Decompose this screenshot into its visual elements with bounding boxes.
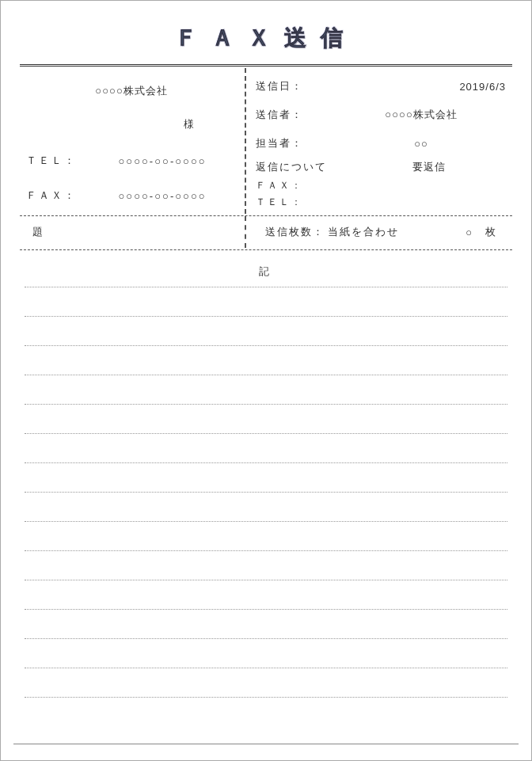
rule-line xyxy=(25,404,507,433)
send-date-value: 2019/6/3 xyxy=(335,81,507,93)
rule-line xyxy=(25,638,507,668)
sender-label: 送信者： xyxy=(256,108,335,122)
rule-line xyxy=(25,287,507,316)
pages-unit: 枚 xyxy=(477,225,512,239)
rule-line xyxy=(25,550,507,580)
sender-column: 送信日： 2019/6/3 送信者： ○○○○株式会社 担当者： ○○ 返信につ… xyxy=(246,68,512,214)
sender-value: ○○○○株式会社 xyxy=(335,108,507,122)
notes-heading: 記 xyxy=(20,253,512,287)
recipient-fax-label: ＦＡＸ： xyxy=(26,188,88,203)
sender-fax-label: ＦＡＸ： xyxy=(256,179,311,192)
rule-line xyxy=(25,316,507,345)
fax-cover-page: ＦＡＸ送信 ○○○○株式会社 様 ＴＥＬ： ○○○○-○○-○○○○ ＦＡＸ： … xyxy=(0,0,532,761)
notes-area: 記 xyxy=(20,253,512,698)
person-label: 担当者： xyxy=(256,136,335,150)
send-date-label: 送信日： xyxy=(256,79,335,93)
page-title: ＦＡＸ送信 xyxy=(17,17,515,64)
recipient-tel-label: ＴＥＬ： xyxy=(26,154,88,168)
rule-line xyxy=(25,697,507,698)
recipient-honorific: 様 xyxy=(26,117,237,144)
recipient-fax-value: ○○○○-○○-○○○○ xyxy=(88,190,237,202)
divider-double xyxy=(20,64,512,67)
reply-label: 返信について xyxy=(256,160,351,174)
reply-value: 要返信 xyxy=(351,160,507,174)
pages-count: ○ xyxy=(399,226,477,238)
recipient-column: ○○○○株式会社 様 ＴＥＬ： ○○○○-○○-○○○○ ＦＡＸ： ○○○○-○… xyxy=(20,68,246,214)
pages-note: 当紙を合わせ xyxy=(328,225,399,239)
rule-line xyxy=(25,462,507,492)
rule-line xyxy=(25,580,507,609)
rule-line xyxy=(25,345,507,375)
page-bottom-border xyxy=(13,744,519,744)
rule-line xyxy=(25,521,507,550)
meta-row: 題 送信枚数： 当紙を合わせ ○ 枚 xyxy=(20,216,512,248)
rule-line xyxy=(25,433,507,462)
subject-label: 題 xyxy=(20,216,246,248)
rule-line xyxy=(25,492,507,521)
person-value: ○○ xyxy=(335,138,507,150)
rule-line xyxy=(25,375,507,404)
divider-dashdot-2 xyxy=(20,249,512,250)
sender-tel-label: ＴＥＬ： xyxy=(256,196,311,209)
pages-label: 送信枚数： xyxy=(265,225,325,239)
recipient-company: ○○○○株式会社 xyxy=(26,79,237,117)
recipient-tel-value: ○○○○-○○-○○○○ xyxy=(88,155,237,167)
rule-line xyxy=(25,668,507,697)
header-section: ○○○○株式会社 様 ＴＥＬ： ○○○○-○○-○○○○ ＦＡＸ： ○○○○-○… xyxy=(20,68,512,214)
pages-block: 送信枚数： 当紙を合わせ ○ 枚 xyxy=(246,216,512,248)
rule-line xyxy=(25,609,507,638)
